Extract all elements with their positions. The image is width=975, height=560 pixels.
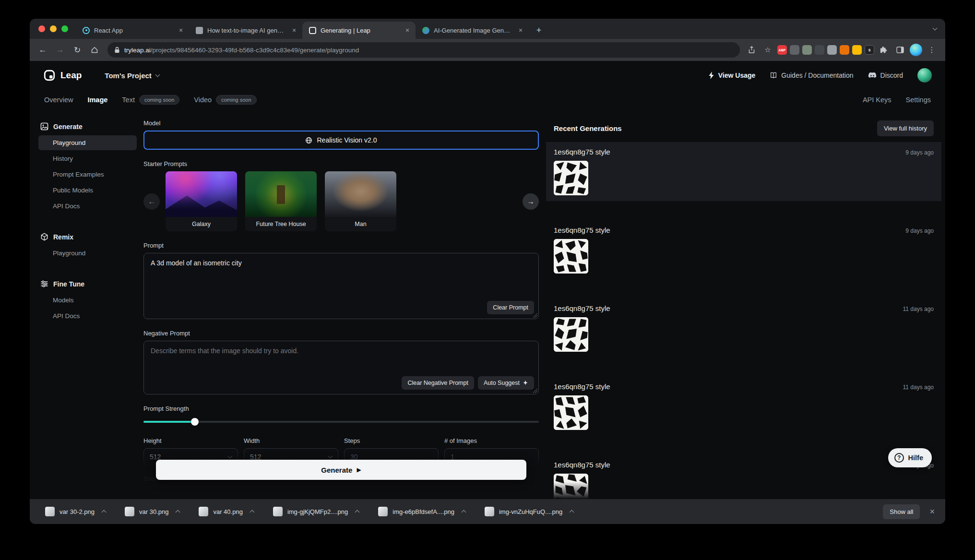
extension-icon[interactable]: [852, 45, 862, 55]
download-item[interactable]: var 30-2.png: [36, 499, 115, 524]
sidebar-item-prompt-examples[interactable]: Prompt Examples: [38, 167, 137, 182]
bookmark-button[interactable]: ☆: [761, 43, 774, 57]
generation-item[interactable]: 1es6qn8g75 style 11 days ago: [546, 377, 941, 436]
home-button[interactable]: [86, 42, 103, 58]
generation-item[interactable]: 1es6qn8g75 style 11 days ago: [546, 298, 941, 357]
tab-video[interactable]: Video coming soon: [194, 95, 256, 105]
guides-link[interactable]: Guides / Documentation: [770, 71, 853, 79]
sidebar-item-models[interactable]: Models: [38, 293, 137, 308]
sidebar-item-finetune-api-docs[interactable]: API Docs: [38, 309, 137, 323]
generation-thumbnail[interactable]: [554, 395, 588, 430]
extension-icon[interactable]: [790, 45, 799, 55]
clear-prompt-button[interactable]: Clear Prompt: [487, 301, 534, 314]
sidebar-item-history[interactable]: History: [38, 151, 137, 166]
tab-overview[interactable]: Overview: [44, 96, 73, 104]
download-item[interactable]: img-vnZuHqFuQ....png: [475, 499, 583, 524]
zoom-window-button[interactable]: [61, 25, 68, 32]
extension-phone-icon[interactable]: [827, 45, 837, 55]
close-tab-icon[interactable]: ×: [403, 26, 412, 35]
browser-tabstrip: React App × How text-to-image AI generat…: [30, 19, 945, 39]
generation-item[interactable]: 1es6qn8g75 style 11 days ago: [546, 455, 941, 499]
view-usage-link[interactable]: View Usage: [708, 71, 756, 79]
slider-track[interactable]: [143, 421, 539, 423]
close-window-button[interactable]: [38, 25, 45, 32]
project-switcher[interactable]: Tom's Project: [105, 71, 159, 80]
slider-thumb[interactable]: [191, 418, 199, 426]
close-tab-icon[interactable]: ×: [516, 26, 525, 35]
resize-grip-icon[interactable]: [533, 388, 537, 393]
download-menu-button[interactable]: [250, 507, 254, 516]
help-button[interactable]: ? Hilfe: [888, 448, 932, 467]
tab-text[interactable]: Text coming soon: [122, 95, 179, 105]
download-menu-button[interactable]: [176, 507, 179, 516]
view-full-history-button[interactable]: View full history: [877, 120, 934, 136]
nav-api-keys[interactable]: API Keys: [863, 96, 892, 104]
prompt-strength-slider[interactable]: [143, 418, 539, 426]
sidebar-item-remix-playground[interactable]: Playground: [38, 246, 137, 261]
extension-s-icon[interactable]: S: [865, 45, 874, 55]
extension-icon[interactable]: [815, 45, 824, 55]
browser-tab-leap-active[interactable]: Generating | Leap ×: [302, 22, 416, 39]
generation-item[interactable]: 1es6qn8g75 style 9 days ago: [546, 142, 941, 201]
user-avatar[interactable]: [917, 68, 932, 83]
generate-button[interactable]: Generate ▶: [156, 460, 526, 480]
generation-item[interactable]: 1es6qn8g75 style 9 days ago: [546, 220, 941, 279]
browser-tab-ai-images[interactable]: AI-Generated Image Generatio... ×: [416, 22, 529, 39]
back-button[interactable]: ←: [35, 42, 51, 58]
extensions-button[interactable]: [877, 43, 891, 57]
auto-suggest-button[interactable]: Auto Suggest: [478, 376, 534, 390]
extension-adblock-icon[interactable]: ABP: [777, 45, 787, 55]
browser-profile-avatar[interactable]: [910, 44, 922, 56]
discord-link[interactable]: Discord: [868, 71, 903, 79]
prompt-label: Prompt: [143, 242, 539, 249]
sidebar-item-playground[interactable]: Playground: [38, 135, 137, 150]
model-select-button[interactable]: Realistic Vision v2.0: [143, 131, 539, 150]
forward-button[interactable]: →: [52, 42, 68, 58]
download-menu-button[interactable]: [356, 507, 359, 516]
generation-thumbnail[interactable]: [554, 474, 588, 499]
sidebar-item-api-docs[interactable]: API Docs: [38, 199, 137, 214]
download-item[interactable]: img-e6pBfdsefA....png: [369, 499, 475, 524]
extension-icon[interactable]: [802, 45, 812, 55]
tab-search-button[interactable]: [933, 19, 945, 39]
minimize-window-button[interactable]: [50, 25, 57, 32]
starter-card-man[interactable]: Man: [325, 171, 396, 231]
starter-card-galaxy[interactable]: Galaxy: [166, 171, 237, 231]
leap-brand[interactable]: Leap: [43, 69, 82, 82]
generation-thumbnail[interactable]: [554, 317, 588, 352]
downloads-bar: var 30-2.png var 30.png var 40.png img-g…: [30, 499, 945, 524]
new-tab-button[interactable]: +: [532, 23, 546, 37]
share-button[interactable]: [745, 43, 758, 57]
download-filename: var 30-2.png: [59, 508, 95, 515]
extension-icon[interactable]: [840, 45, 849, 55]
clear-negative-prompt-button[interactable]: Clear Negative Prompt: [402, 376, 474, 390]
chevron-up-icon: [250, 510, 254, 515]
download-item[interactable]: var 30.png: [115, 499, 189, 524]
address-bar[interactable]: tryleap.ai/projects/98456460-3293-49fd-b…: [107, 42, 740, 58]
resize-grip-icon[interactable]: [533, 313, 537, 318]
prompt-textarea[interactable]: A 3d model of an isometric city: [143, 253, 539, 319]
carousel-next-button[interactable]: →: [523, 193, 539, 210]
sidebar-item-public-models[interactable]: Public Models: [38, 183, 137, 198]
download-menu-button[interactable]: [102, 507, 106, 516]
browser-tab-article[interactable]: How text-to-image AI generat... ×: [189, 22, 302, 39]
download-menu-button[interactable]: [462, 507, 465, 516]
starter-card-tree-house[interactable]: Future Tree House: [245, 171, 317, 231]
carousel-prev-button[interactable]: ←: [143, 193, 160, 210]
generation-thumbnail[interactable]: [554, 239, 588, 274]
side-panel-button[interactable]: [893, 43, 907, 57]
nav-settings[interactable]: Settings: [906, 96, 931, 104]
generation-thumbnail[interactable]: [554, 161, 588, 195]
download-menu-button[interactable]: [570, 507, 573, 516]
browser-menu-button[interactable]: ⋮: [925, 43, 939, 57]
show-all-downloads-button[interactable]: Show all: [883, 504, 920, 519]
image-file-icon: [378, 507, 388, 516]
close-tab-icon[interactable]: ×: [177, 26, 185, 35]
tab-image[interactable]: Image: [87, 96, 107, 104]
browser-tab-react-app[interactable]: React App ×: [76, 22, 189, 39]
download-item[interactable]: img-gjKjQMFp2....png: [263, 499, 369, 524]
reload-button[interactable]: ↻: [69, 42, 85, 58]
close-downloads-bar-button[interactable]: ×: [929, 507, 935, 517]
close-tab-icon[interactable]: ×: [290, 26, 298, 35]
download-item[interactable]: var 40.png: [189, 499, 263, 524]
